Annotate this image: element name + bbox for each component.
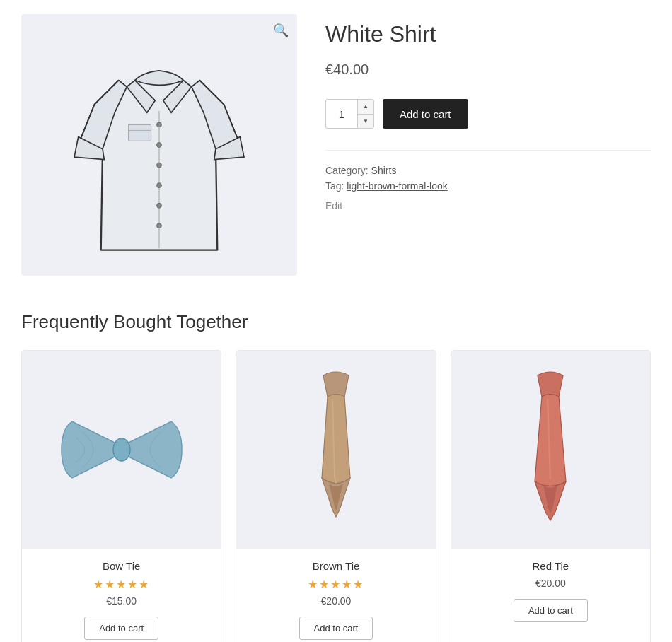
brown-tie-name: Brown Tie <box>245 560 427 572</box>
quantity-display: 1 <box>326 100 358 128</box>
product-image-container: 🔍 <box>21 14 297 276</box>
category-link[interactable]: Shirts <box>371 165 397 176</box>
svg-point-5 <box>157 203 162 208</box>
fbt-card-bow-tie: Bow Tie ★★★★★ €15.00 Add to cart <box>21 350 221 642</box>
brown-tie-add-to-cart-button[interactable]: Add to cart <box>299 617 373 640</box>
product-title: White Shirt <box>325 21 651 47</box>
red-tie-card-body: Red Tie €20.00 Add to cart <box>451 549 650 636</box>
bow-tie-add-to-cart-button[interactable]: Add to cart <box>84 617 158 640</box>
bow-tie-price: €15.00 <box>30 595 212 607</box>
red-tie-add-to-cart-button[interactable]: Add to cart <box>514 599 588 622</box>
tag-label: Tag: <box>325 180 344 192</box>
bow-tie-image <box>22 351 221 549</box>
add-to-cart-row: 1 ▲ ▼ Add to cart <box>325 99 651 129</box>
tag-link[interactable]: light-brown-formal-look <box>347 180 447 192</box>
product-section: 🔍 <box>21 14 651 276</box>
svg-point-1 <box>157 122 162 127</box>
fbt-title: Frequently Bought Together <box>21 311 651 333</box>
svg-rect-7 <box>129 124 151 141</box>
product-image <box>67 32 251 258</box>
product-tag: Tag: light-brown-formal-look <box>325 180 651 192</box>
quantity-down-button[interactable]: ▼ <box>358 115 373 129</box>
brown-tie-price: €20.00 <box>245 595 427 607</box>
fbt-card-red-tie: Red Tie €20.00 Add to cart <box>451 350 651 642</box>
svg-point-2 <box>157 143 162 148</box>
quantity-wrapper: 1 ▲ ▼ <box>325 99 374 129</box>
bow-tie-name: Bow Tie <box>30 560 212 572</box>
product-meta: Category: Shirts Tag: light-brown-formal… <box>325 150 651 211</box>
bow-tie-card-body: Bow Tie ★★★★★ €15.00 Add to cart <box>22 549 221 642</box>
brown-tie-image <box>236 351 435 549</box>
red-tie-price: €20.00 <box>460 578 642 589</box>
fbt-section: Frequently Bought Together B <box>21 311 651 642</box>
edit-link[interactable]: Edit <box>325 200 651 211</box>
zoom-icon[interactable]: 🔍 <box>273 23 289 38</box>
fbt-grid: Bow Tie ★★★★★ €15.00 Add to cart <box>21 350 651 642</box>
svg-point-3 <box>157 163 162 168</box>
bow-tie-stars: ★★★★★ <box>30 578 212 591</box>
product-category: Category: Shirts <box>325 165 651 176</box>
quantity-controls: ▲ ▼ <box>358 100 373 128</box>
product-price: €40.00 <box>325 62 651 78</box>
product-info: White Shirt €40.00 1 ▲ ▼ Add to cart Cat… <box>325 14 651 276</box>
svg-point-6 <box>157 223 162 228</box>
brown-tie-stars: ★★★★★ <box>245 578 427 591</box>
brown-tie-card-body: Brown Tie ★★★★★ €20.00 Add to cart <box>236 549 435 642</box>
svg-point-4 <box>157 183 162 188</box>
svg-point-9 <box>113 438 130 461</box>
fbt-card-brown-tie: Brown Tie ★★★★★ €20.00 Add to cart <box>236 350 436 642</box>
category-label: Category: <box>325 165 369 176</box>
red-tie-name: Red Tie <box>460 560 642 572</box>
add-to-cart-button[interactable]: Add to cart <box>383 99 468 129</box>
quantity-up-button[interactable]: ▲ <box>358 100 373 115</box>
red-tie-image <box>451 351 650 549</box>
